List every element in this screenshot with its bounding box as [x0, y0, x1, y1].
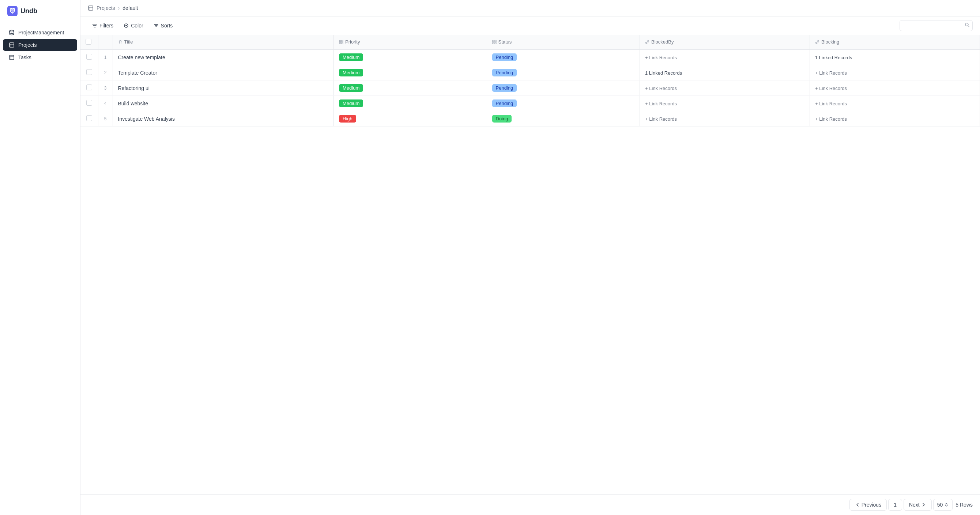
title-sort-icon: [118, 40, 123, 44]
color-label: Color: [131, 23, 143, 29]
filters-button[interactable]: Filters: [88, 20, 118, 31]
table-row: 4 Build website Medium Pending + Link Re…: [80, 96, 980, 111]
sort-icon: [154, 23, 159, 28]
row-status-cell: Pending: [487, 65, 640, 80]
row-checkbox-cell: [80, 96, 98, 111]
add-link-records[interactable]: + Link Records: [645, 101, 677, 107]
svg-rect-14: [493, 42, 494, 44]
blocking-link-icon: [815, 40, 819, 44]
col-header-blockedby: BlockedBy: [640, 35, 810, 50]
status-badge[interactable]: Pending: [492, 69, 517, 77]
select-all-checkbox[interactable]: [86, 39, 91, 45]
svg-rect-9: [342, 40, 343, 42]
previous-button[interactable]: Previous: [850, 499, 887, 510]
filters-label: Filters: [99, 23, 113, 29]
row-checkbox[interactable]: [86, 54, 92, 60]
status-badge[interactable]: Pending: [492, 53, 517, 61]
sidebar-item-tasks[interactable]: Tasks: [3, 51, 77, 63]
row-checkbox[interactable]: [86, 115, 92, 121]
color-button[interactable]: Color: [119, 20, 147, 31]
row-num-cell: 5: [98, 111, 113, 126]
svg-rect-2: [10, 43, 14, 47]
row-title-cell[interactable]: Template Creator: [113, 65, 334, 80]
add-link-records[interactable]: + Link Records: [645, 86, 677, 91]
row-status-cell: Pending: [487, 80, 640, 96]
logo-text: Undb: [21, 7, 37, 15]
table-row: 1 Create new template Medium Pending + L…: [80, 50, 980, 65]
table-row: 5 Investigate Web Analysis High Doing + …: [80, 111, 980, 126]
sorts-button[interactable]: Sorts: [149, 20, 177, 31]
priority-badge[interactable]: Medium: [339, 69, 363, 77]
row-status-cell: Pending: [487, 96, 640, 111]
sidebar-item-project-management[interactable]: ProjectManagement: [3, 27, 77, 38]
add-link-records[interactable]: + Link Records: [815, 116, 847, 122]
sidebar: Undb ProjectManagement Projects Tasks: [0, 0, 80, 515]
next-button[interactable]: Next: [904, 499, 932, 510]
header: Projects › default: [80, 0, 980, 16]
col-header-title: Title: [113, 35, 334, 50]
svg-rect-11: [342, 42, 343, 44]
chevron-right-icon: [921, 502, 926, 507]
svg-rect-8: [339, 40, 341, 42]
toolbar: Filters Color Sorts: [80, 16, 980, 35]
svg-rect-15: [495, 42, 496, 44]
color-icon: [124, 23, 129, 28]
page-size-selector[interactable]: 50: [933, 499, 953, 510]
sidebar-item-label: Projects: [18, 42, 37, 48]
add-link-records[interactable]: + Link Records: [645, 55, 677, 61]
status-badge[interactable]: Pending: [492, 84, 517, 92]
blockedby-link-icon: [645, 40, 649, 44]
priority-badge[interactable]: Medium: [339, 84, 363, 92]
next-label: Next: [909, 502, 920, 508]
svg-rect-10: [339, 42, 341, 44]
row-checkbox[interactable]: [86, 69, 92, 75]
table-header-row: Title Priority: [80, 35, 980, 50]
row-checkbox[interactable]: [86, 85, 92, 90]
sidebar-item-projects[interactable]: Projects: [3, 39, 77, 51]
row-checkbox-cell: [80, 80, 98, 96]
row-title-cell[interactable]: Build website: [113, 96, 334, 111]
chevron-left-icon: [855, 502, 860, 507]
priority-grid-icon: [339, 40, 344, 44]
status-badge[interactable]: Pending: [492, 99, 517, 107]
svg-rect-3: [10, 55, 14, 60]
row-status-cell: Pending: [487, 50, 640, 65]
linked-records-count[interactable]: 1 Linked Records: [645, 70, 682, 76]
row-status-cell: Doing: [487, 111, 640, 126]
projects-table: Title Priority: [80, 35, 980, 126]
priority-badge[interactable]: Medium: [339, 53, 363, 61]
status-badge[interactable]: Doing: [492, 115, 512, 123]
add-link-records[interactable]: + Link Records: [815, 70, 847, 76]
row-blockedby-cell: 1 Linked Records: [640, 65, 810, 80]
table-icon: [9, 42, 14, 48]
add-link-records[interactable]: + Link Records: [815, 101, 847, 107]
search-wrapper: [900, 20, 973, 31]
breadcrumb-parent[interactable]: Projects: [97, 5, 115, 11]
add-link-records[interactable]: + Link Records: [645, 116, 677, 122]
previous-label: Previous: [862, 502, 881, 508]
row-checkbox[interactable]: [86, 100, 92, 106]
status-grid-icon: [492, 40, 496, 44]
linked-records-count[interactable]: 1 Linked Records: [815, 55, 852, 61]
priority-badge[interactable]: High: [339, 115, 356, 123]
col-header-num: [98, 35, 113, 50]
row-blocking-cell: + Link Records: [810, 80, 980, 96]
row-num-cell: 4: [98, 96, 113, 111]
row-title-cell[interactable]: Investigate Web Analysis: [113, 111, 334, 126]
row-num-cell: 1: [98, 50, 113, 65]
add-link-records[interactable]: + Link Records: [815, 86, 847, 91]
sidebar-nav: ProjectManagement Projects Tasks: [0, 22, 80, 69]
row-title-cell[interactable]: Create new template: [113, 50, 334, 65]
search-input[interactable]: [900, 20, 973, 31]
row-title-cell[interactable]: Refactoring ui: [113, 80, 334, 96]
filter-icon: [92, 23, 97, 28]
undb-logo-icon: [7, 6, 18, 16]
row-blockedby-cell: + Link Records: [640, 111, 810, 126]
priority-badge[interactable]: Medium: [339, 99, 363, 107]
main-content: Projects › default Filters Color Sorts: [80, 0, 980, 515]
col-header-checkbox: [80, 35, 98, 50]
sorts-label: Sorts: [161, 23, 173, 29]
row-checkbox-cell: [80, 50, 98, 65]
pagination: Previous 1 Next 50 5 Rows: [80, 494, 980, 515]
row-priority-cell: Medium: [334, 65, 487, 80]
